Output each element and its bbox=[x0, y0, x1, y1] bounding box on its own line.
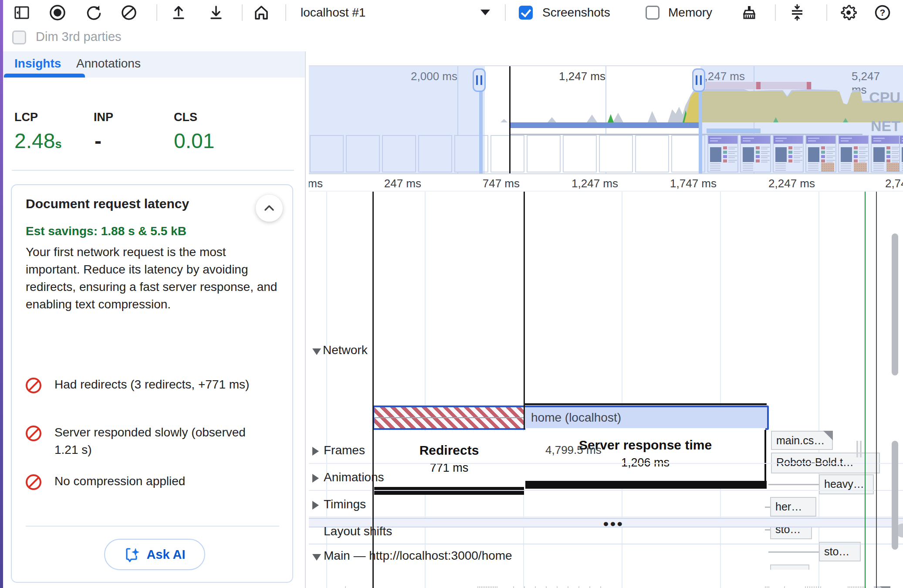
collapse-insight-button[interactable] bbox=[256, 195, 283, 222]
overview-dim-left bbox=[309, 66, 485, 174]
filmstrip-empty-frame[interactable] bbox=[599, 135, 633, 172]
ruler-label: 1,247 ms bbox=[572, 177, 618, 190]
dim-3rd-parties-checkbox[interactable] bbox=[12, 30, 26, 44]
screenshots-checkbox[interactable] bbox=[519, 6, 533, 20]
download-profile-icon[interactable] bbox=[207, 3, 225, 22]
insights-sidebar: Insights Annotations LCP INP CLS 2.48s -… bbox=[3, 51, 306, 588]
insight-title: Document request latency bbox=[26, 196, 230, 211]
blocked-icon bbox=[26, 426, 41, 441]
network-track-label[interactable]: Network bbox=[323, 343, 368, 357]
ruler-label: 747 ms bbox=[483, 177, 520, 190]
tab-annotations[interactable]: Annotations bbox=[76, 57, 141, 71]
cls-label: CLS bbox=[174, 111, 197, 124]
overview-ruler-label: 1,247 ms bbox=[559, 70, 605, 83]
main-thread-activity[interactable] bbox=[309, 383, 903, 588]
ruler-label: 2,247 ms bbox=[768, 177, 815, 190]
active-tab-underline bbox=[4, 74, 85, 78]
divider bbox=[12, 170, 294, 171]
lcp-value: 2.48s bbox=[14, 129, 61, 153]
ruler-label: 1,747 ms bbox=[670, 177, 717, 190]
window-left-handle[interactable] bbox=[473, 68, 486, 92]
event-marker-line bbox=[524, 192, 525, 429]
toolbar-divider bbox=[826, 4, 827, 21]
dim-3rd-parties-label: Dim 3rd parties bbox=[36, 30, 122, 44]
blocked-icon bbox=[26, 378, 41, 393]
devtools-edge-strip bbox=[0, 0, 3, 588]
ask-ai-button[interactable]: Ask AI bbox=[104, 539, 205, 570]
failure-text: Server responded slowly (observed 1.21 s… bbox=[54, 424, 272, 459]
failure-text: No compression applied bbox=[54, 473, 272, 490]
filmstrip-empty-frame[interactable] bbox=[563, 135, 597, 172]
lcp-label: LCP bbox=[14, 111, 38, 124]
inp-value: - bbox=[95, 129, 101, 153]
cls-value: 0.01 bbox=[174, 129, 214, 153]
history-select-label[interactable]: localhost #1 bbox=[301, 6, 365, 20]
home-icon[interactable] bbox=[252, 3, 271, 22]
help-icon[interactable]: ? bbox=[873, 3, 892, 22]
ruler-label: 247 ms bbox=[384, 177, 421, 190]
upload-profile-icon[interactable] bbox=[169, 3, 188, 22]
failure-text: Had redirects (3 redirects, +771 ms) bbox=[54, 376, 272, 393]
toolbar-divider bbox=[285, 4, 286, 21]
load-marker-line bbox=[876, 192, 877, 588]
toolbar-divider bbox=[775, 4, 776, 21]
net-request-bar bbox=[510, 122, 700, 128]
toggle-sidebar-icon[interactable] bbox=[13, 3, 31, 22]
ask-ai-label: Ask AI bbox=[146, 547, 185, 562]
toolbar-divider bbox=[505, 4, 506, 21]
document-request-latency-card: Document request latency Est savings: 1.… bbox=[11, 184, 293, 583]
network-scrollbar[interactable] bbox=[892, 233, 898, 375]
toolbar-divider bbox=[242, 4, 243, 21]
memory-checkbox[interactable] bbox=[646, 6, 659, 20]
divider bbox=[26, 526, 279, 527]
performance-toolbar: localhost #1 Screenshots Memory ? bbox=[3, 0, 903, 25]
clear-recording-icon[interactable] bbox=[120, 3, 138, 22]
record-and-reload-icon[interactable] bbox=[85, 3, 103, 22]
inp-label: INP bbox=[94, 111, 113, 124]
lcp-marker-line bbox=[865, 192, 866, 588]
overview-marker-line bbox=[509, 66, 511, 174]
filmstrip-empty-frame[interactable] bbox=[527, 135, 561, 172]
timeline-ruler: ms247 ms747 ms1,247 ms1,747 ms2,247 ms2,… bbox=[309, 175, 903, 192]
gear-icon[interactable] bbox=[839, 3, 858, 22]
filmstrip-empty-frame[interactable] bbox=[490, 135, 524, 172]
toolbar-divider bbox=[156, 4, 157, 21]
garbage-collect-icon[interactable] bbox=[740, 3, 758, 22]
overview-dim-right bbox=[700, 66, 903, 174]
tracks-scrollbar[interactable] bbox=[892, 441, 898, 550]
timeline-panel: 2,000 ms1,247 ms3,247 ms5,247 ms CPU NET bbox=[309, 51, 903, 588]
tab-insights[interactable]: Insights bbox=[14, 57, 61, 71]
memory-label[interactable]: Memory bbox=[668, 6, 712, 20]
event-marker-line bbox=[372, 192, 374, 588]
record-button[interactable] bbox=[48, 3, 67, 22]
ai-chat-icon bbox=[124, 546, 141, 563]
chevron-down-icon[interactable] bbox=[480, 10, 490, 15]
sidebar-tabbar: Insights Annotations bbox=[3, 51, 305, 78]
tracks-area: Network home (localhost) Redirects 771 m… bbox=[309, 192, 903, 588]
estimated-savings: Est savings: 1.88 s & 5.5 kB bbox=[26, 224, 186, 238]
screenshots-label[interactable]: Screenshots bbox=[542, 6, 610, 20]
collapse-network-icon[interactable] bbox=[312, 348, 321, 355]
timeline-overview[interactable]: 2,000 ms1,247 ms3,247 ms5,247 ms CPU NET bbox=[309, 65, 903, 174]
insight-description: Your first network request is the most i… bbox=[26, 243, 278, 313]
window-right-handle[interactable] bbox=[692, 68, 705, 92]
ruler-label: ms bbox=[309, 177, 323, 190]
ruler-label: 2,747 ms bbox=[885, 177, 903, 192]
collapse-sections-icon[interactable] bbox=[788, 3, 806, 22]
blocked-icon bbox=[26, 474, 41, 490]
filmstrip-empty-frame[interactable] bbox=[635, 135, 669, 172]
svg-text:?: ? bbox=[880, 7, 886, 17]
